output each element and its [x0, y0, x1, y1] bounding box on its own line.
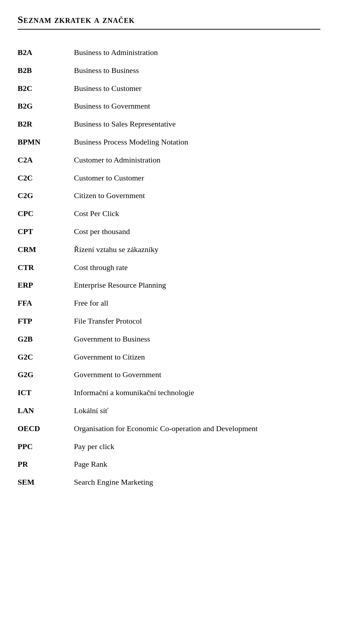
abbreviation-definition: Business to Business [74, 62, 320, 80]
abbreviation-definition: Organisation for Economic Co-operation a… [74, 420, 320, 438]
list-item: B2CBusiness to Customer [18, 80, 320, 98]
list-item: CTRCost through rate [18, 259, 320, 277]
abbreviation-definition: Search Engine Marketing [74, 473, 320, 491]
list-item: SEMSearch Engine Marketing [18, 473, 320, 491]
abbreviation-term: C2A [18, 151, 74, 169]
abbreviation-term: B2C [18, 80, 74, 98]
list-item: CPCCost Per Click [18, 205, 320, 223]
abbreviation-term: G2G [18, 366, 74, 384]
abbreviation-definition: Informační a komunikační technologie [74, 384, 320, 402]
abbreviation-definition: Business to Government [74, 97, 320, 115]
list-item: OECDOrganisation for Economic Co-operati… [18, 420, 320, 438]
abbreviation-term: ICT [18, 384, 74, 402]
abbreviation-definition: Enterprise Resource Planning [74, 276, 320, 294]
list-item: G2CGovernment to Citizen [18, 348, 320, 366]
abbreviation-term: OECD [18, 420, 74, 438]
list-item: B2BBusiness to Business [18, 62, 320, 80]
abbreviation-term: CPT [18, 223, 74, 241]
page-title: Seznam zkratek a značek [18, 14, 320, 30]
list-item: B2ABusiness to Administration [18, 44, 320, 62]
abbreviation-term: LAN [18, 402, 74, 420]
abbreviation-definition: Business to Administration [74, 44, 320, 62]
abbreviation-definition: Customer to Customer [74, 169, 320, 187]
abbreviation-term: FFA [18, 294, 74, 312]
list-item: PRPage Rank [18, 455, 320, 473]
abbreviation-term: B2R [18, 115, 74, 133]
list-item: G2BGovernment to Business [18, 330, 320, 348]
list-item: B2GBusiness to Government [18, 97, 320, 115]
abbreviation-term: B2G [18, 97, 74, 115]
abbreviation-term: C2G [18, 187, 74, 205]
abbreviation-definition: Government to Government [74, 366, 320, 384]
abbreviation-term: PR [18, 455, 74, 473]
abbreviation-definition: Page Rank [74, 455, 320, 473]
abbreviation-term: PPC [18, 438, 74, 456]
abbreviation-term: G2B [18, 330, 74, 348]
list-item: G2GGovernment to Government [18, 366, 320, 384]
list-item: C2ACustomer to Administration [18, 151, 320, 169]
abbreviation-definition: Customer to Administration [74, 151, 320, 169]
abbreviation-term: B2B [18, 62, 74, 80]
list-item: CRMŘízení vztahu se zákazníky [18, 241, 320, 259]
abbreviation-definition: Free for all [74, 294, 320, 312]
abbreviation-term: CTR [18, 259, 74, 277]
list-item: FFAFree for all [18, 294, 320, 312]
abbreviation-definition: Business to Customer [74, 80, 320, 98]
list-item: BPMNBusiness Process Modeling Notation [18, 133, 320, 151]
list-item: B2RBusiness to Sales Representative [18, 115, 320, 133]
abbreviation-definition: Lokální síť [74, 402, 320, 420]
abbreviation-definition: Cost per thousand [74, 223, 320, 241]
abbreviation-term: FTP [18, 312, 74, 330]
abbreviation-term: CPC [18, 205, 74, 223]
list-item: CPTCost per thousand [18, 223, 320, 241]
abbreviation-term: ERP [18, 276, 74, 294]
list-item: LANLokální síť [18, 402, 320, 420]
abbreviation-definition: File Transfer Protocol [74, 312, 320, 330]
abbreviation-term: C2C [18, 169, 74, 187]
abbreviation-definition: Řízení vztahu se zákazníky [74, 241, 320, 259]
abbreviation-definition: Cost through rate [74, 259, 320, 277]
abbreviation-term: BPMN [18, 133, 74, 151]
list-item: FTPFile Transfer Protocol [18, 312, 320, 330]
abbreviation-definition: Government to Citizen [74, 348, 320, 366]
abbreviation-term: G2C [18, 348, 74, 366]
list-item: PPCPay per click [18, 438, 320, 456]
list-item: C2GCitizen to Government [18, 187, 320, 205]
abbreviation-definition: Government to Business [74, 330, 320, 348]
list-item: ERPEnterprise Resource Planning [18, 276, 320, 294]
abbreviation-term: B2A [18, 44, 74, 62]
abbreviation-definition: Pay per click [74, 438, 320, 456]
abbreviation-term: SEM [18, 473, 74, 491]
list-item: ICTInformační a komunikační technologie [18, 384, 320, 402]
list-item: C2CCustomer to Customer [18, 169, 320, 187]
abbreviation-definition: Citizen to Government [74, 187, 320, 205]
abbreviation-term: CRM [18, 241, 74, 259]
abbreviation-list: B2ABusiness to AdministrationB2BBusiness… [18, 44, 320, 491]
abbreviation-definition: Business Process Modeling Notation [74, 133, 320, 151]
abbreviation-definition: Business to Sales Representative [74, 115, 320, 133]
abbreviation-definition: Cost Per Click [74, 205, 320, 223]
